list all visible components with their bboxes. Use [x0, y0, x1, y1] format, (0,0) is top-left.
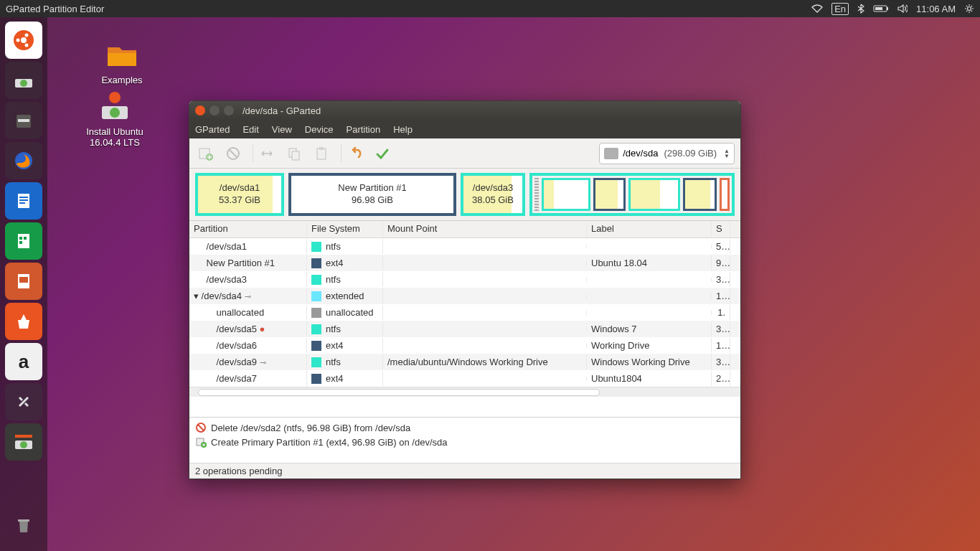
table-row[interactable]: ▾ /dev/sda4 ⊸extended109 [189, 288, 740, 304]
svg-rect-1 [887, 7, 888, 10]
device-picker[interactable]: /dev/sda (298.09 GiB) ▲▼ [599, 143, 735, 164]
paste-button [311, 143, 332, 164]
desktop-icon-install[interactable]: Install Ubuntu 16.04.4 LTS [72, 89, 158, 148]
svg-rect-16 [19, 199, 28, 201]
launcher-calc[interactable] [5, 222, 42, 260]
app-title: GParted Partition Editor [6, 4, 104, 14]
table-row[interactable]: /dev/sda9 ⊸ntfs/media/ubuntu/Windows Wor… [189, 354, 740, 370]
table-header[interactable]: Partition File System Mount Point Label … [189, 221, 740, 238]
gparted-window: /dev/sda - GParted GParted Edit View Dev… [189, 100, 741, 479]
launcher-dash[interactable] [5, 22, 42, 59]
svg-rect-37 [319, 147, 324, 150]
bluetooth-icon[interactable] [857, 4, 864, 14]
menu-edit[interactable]: Edit [242, 124, 258, 135]
svg-rect-26 [15, 435, 32, 438]
menu-partition[interactable]: Partition [347, 124, 381, 135]
clock[interactable]: 11:06 AM [916, 4, 956, 14]
svg-rect-2 [875, 7, 882, 10]
map-sda8[interactable] [720, 178, 730, 211]
map-newpart[interactable]: New Partition #196.98 GiB [288, 173, 456, 216]
copy-button [283, 143, 305, 164]
launcher-firefox[interactable] [5, 142, 42, 179]
wifi-icon[interactable] [811, 4, 823, 13]
table-row[interactable]: New Partition #1 ext4Ubuntu 18.0496 [189, 255, 740, 271]
new-partition-button[interactable] [195, 143, 217, 164]
svg-rect-27 [18, 519, 29, 522]
menu-device[interactable]: Device [305, 124, 334, 135]
table-row[interactable]: /dev/sda6 ext4Working Drive19 [189, 337, 740, 354]
partition-map: /dev/sda153.37 GiB New Partition #196.98… [189, 169, 740, 220]
svg-rect-12 [18, 119, 29, 122]
svg-rect-36 [317, 149, 326, 159]
launcher-impress[interactable] [5, 263, 42, 300]
undo-button[interactable] [344, 143, 366, 164]
launcher-settings[interactable] [5, 383, 42, 420]
map-unallocated [534, 178, 539, 211]
table-row[interactable]: unallocated unallocated1. [189, 304, 740, 321]
map-sda6[interactable] [593, 178, 626, 211]
svg-rect-19 [19, 237, 22, 240]
minimize-icon[interactable] [209, 105, 220, 116]
language-indicator[interactable]: En [831, 3, 849, 15]
launcher-files[interactable] [5, 102, 42, 139]
pending-operations: Delete /dev/sda2 (ntfs, 96.98 GiB) from … [189, 417, 740, 463]
desktop-icon-label: Examples [79, 75, 165, 85]
statusbar: 2 operations pending [189, 463, 740, 479]
map-sda7[interactable] [683, 178, 717, 211]
svg-rect-17 [19, 202, 25, 204]
delete-partition-button [222, 143, 244, 164]
battery-icon[interactable] [873, 4, 889, 13]
launcher-amazon[interactable]: a [5, 343, 42, 380]
chevron-updown-icon[interactable]: ▲▼ [724, 149, 730, 159]
resize-button [256, 143, 278, 164]
table-row[interactable]: /dev/sda3 ntfs38 [189, 271, 740, 288]
launcher-writer[interactable] [5, 182, 42, 220]
svg-point-25 [20, 441, 27, 448]
map-sda1[interactable]: /dev/sda153.37 GiB [195, 173, 284, 216]
titlebar[interactable]: /dev/sda - GParted [189, 101, 740, 120]
gear-icon[interactable] [964, 4, 974, 14]
window-title: /dev/sda - GParted [242, 105, 321, 116]
close-icon[interactable] [195, 105, 205, 116]
map-extended[interactable] [529, 173, 735, 216]
launcher-gparted[interactable] [5, 423, 42, 461]
svg-point-8 [25, 44, 29, 47]
toolbar: /dev/sda (298.09 GiB) ▲▼ [189, 138, 740, 169]
device-size: (298.09 GiB) [664, 148, 717, 159]
svg-rect-21 [19, 241, 22, 244]
create-icon [195, 436, 207, 448]
svg-point-7 [25, 34, 29, 37]
sound-icon[interactable] [897, 4, 908, 13]
svg-point-29 [110, 108, 120, 118]
menu-view[interactable]: View [272, 124, 292, 135]
launcher-gparted-alt[interactable] [5, 62, 42, 99]
launcher: a [0, 17, 47, 551]
desktop-icon-label: Install Ubuntu 16.04.4 LTS [72, 126, 158, 148]
map-sda9[interactable] [628, 178, 680, 211]
desktop-icon-examples[interactable]: Examples [79, 37, 165, 85]
top-panel: GParted Partition Editor En 11:06 AM [0, 0, 980, 17]
launcher-trash[interactable] [5, 507, 42, 544]
operation-row[interactable]: Delete /dev/sda2 (ntfs, 96.98 GiB) from … [195, 422, 735, 433]
svg-rect-35 [292, 151, 299, 160]
menu-gparted[interactable]: GParted [195, 124, 230, 135]
svg-rect-15 [19, 197, 28, 198]
h-scrollbar[interactable] [189, 387, 740, 397]
map-sda5[interactable] [542, 178, 590, 211]
svg-rect-20 [24, 237, 27, 240]
table-row[interactable]: /dev/sda7 ext4Ubuntu180420 [189, 370, 740, 387]
launcher-software[interactable] [5, 303, 42, 340]
svg-rect-23 [19, 277, 28, 283]
table-row[interactable]: /dev/sda1 ntfs53 [189, 238, 740, 255]
svg-point-6 [17, 39, 20, 42]
svg-point-5 [21, 37, 27, 43]
menu-help[interactable]: Help [393, 124, 413, 135]
operation-row[interactable]: Create Primary Partition #1 (ext4, 96.98… [195, 436, 735, 448]
maximize-icon[interactable] [224, 105, 234, 116]
svg-point-30 [109, 92, 121, 103]
map-sda3[interactable]: /dev/sda338.05 GiB [461, 173, 525, 216]
svg-point-10 [20, 80, 27, 87]
apply-button[interactable] [372, 143, 393, 164]
svg-point-3 [968, 7, 971, 11]
table-row[interactable]: /dev/sda5 ●ntfsWindows 730 [189, 321, 740, 337]
